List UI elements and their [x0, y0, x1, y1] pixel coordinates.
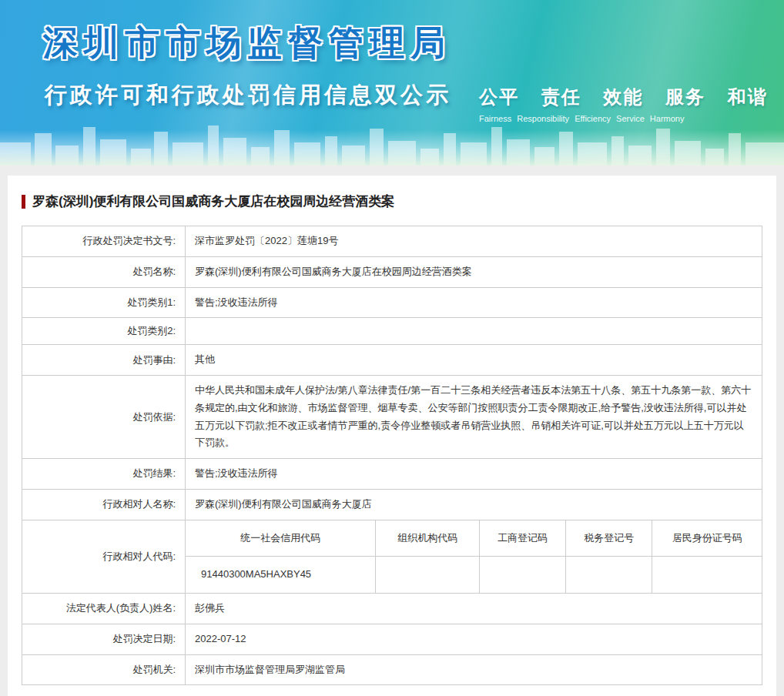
content-panel: 罗森(深圳)便利有限公司国威商务大厦店在校园周边经营酒类案 行政处罚决定书文号:… [8, 176, 776, 696]
slogan-english: Fairness Responsibility Efficiency Servi… [479, 114, 749, 123]
row-value-code-table: 统一社会信用代码 组织机构代码 工商登记码 税务登记号 居民身份证号码 9144… [186, 520, 762, 594]
table-row-entity-codes: 行政相对人代码: 统一社会信用代码 组织机构代码 工商登记码 税务登记号 居民身… [22, 520, 762, 594]
row-label: 处罚机关: [22, 654, 186, 685]
row-label: 行政相对人代码: [22, 520, 186, 594]
row-value: 深市监罗处罚〔2022〕莲塘19号 [186, 226, 762, 257]
code-value-cell [479, 557, 565, 593]
table-row: 行政相对人名称: 罗森(深圳)便利有限公司国威商务大厦店 [22, 489, 762, 520]
row-value: 罗森(深圳)便利有限公司国威商务大厦店 [186, 489, 762, 520]
row-value: 彭佛兵 [186, 594, 762, 624]
table-row: 处罚依据: 中华人民共和国未成年人保护法/第八章法律责任/第一百二十三条相关经营… [22, 376, 762, 459]
table-row: 处罚机关: 深圳市市场监督管理局罗湖监管局 [22, 654, 762, 685]
page-viewport: 深圳市市场监督管理局 行政许可和行政处罚信用信息双公示 公平 责任 效能 服务 … [0, 0, 784, 696]
row-value: 其他 [186, 345, 762, 376]
city-skyline-icon [0, 119, 784, 166]
entity-code-table: 统一社会信用代码 组织机构代码 工商登记码 税务登记号 居民身份证号码 9144… [186, 520, 762, 594]
table-row: 处罚类别2: [22, 318, 762, 345]
table-row: 行政处罚决定书文号: 深市监罗处罚〔2022〕莲塘19号 [22, 226, 762, 257]
slogan-chinese: 公平 责任 效能 服务 和谐 [479, 85, 749, 109]
header-banner: 深圳市市场监督管理局 行政许可和行政处罚信用信息双公示 公平 责任 效能 服务 … [0, 0, 784, 166]
code-header-cell: 组织机构代码 [376, 520, 480, 557]
row-value: 2022-07-12 [186, 624, 762, 654]
row-value: 深圳市市场监督管理局罗湖监管局 [186, 654, 762, 685]
table-row: 处罚结果: 警告;没收违法所得 [22, 459, 762, 490]
code-header-cell: 工商登记码 [479, 520, 565, 557]
row-label: 处罚名称: [22, 256, 186, 287]
row-value [186, 318, 762, 345]
code-value-row: 91440300MA5HAXBY45 [186, 557, 762, 593]
code-header-cell: 统一社会信用代码 [186, 520, 376, 557]
table-row: 法定代表人(负责人)姓名: 彭佛兵 [22, 594, 762, 624]
table-row: 处罚类别1: 警告;没收违法所得 [22, 287, 762, 318]
case-title-text: 罗森(深圳)便利有限公司国威商务大厦店在校园周边经营酒类案 [32, 192, 394, 210]
code-header-row: 统一社会信用代码 组织机构代码 工商登记码 税务登记号 居民身份证号码 [186, 520, 762, 557]
city-skyline-decoration [0, 119, 784, 166]
row-value: 警告;没收违法所得 [186, 459, 762, 490]
code-header-cell: 税务登记号 [566, 520, 652, 557]
code-value-cell [652, 557, 762, 593]
table-row: 处罚名称: 罗森(深圳)便利有限公司国威商务大厦店在校园周边经营酒类案 [22, 256, 762, 287]
penalty-info-table: 行政处罚决定书文号: 深市监罗处罚〔2022〕莲塘19号 处罚名称: 罗森(深圳… [22, 226, 762, 685]
banner-slogans: 公平 责任 效能 服务 和谐 Fairness Responsibility E… [479, 85, 749, 123]
code-value-cell [566, 557, 652, 593]
row-label: 行政相对人名称: [22, 489, 186, 520]
row-value: 警告;没收违法所得 [186, 287, 762, 318]
table-row: 处罚决定日期: 2022-07-12 [22, 624, 762, 654]
banner-subtitle: 行政许可和行政处罚信用信息双公示 [45, 80, 451, 111]
credit-code-value: 91440300MA5HAXBY45 [186, 557, 376, 593]
row-label: 行政处罚决定书文号: [22, 226, 186, 257]
code-header-cell: 居民身份证号码 [652, 520, 762, 557]
row-value: 中华人民共和国未成年人保护法/第八章法律责任/第一百二十三条相关经营者违反本法第… [186, 376, 762, 459]
table-row: 处罚事由: 其他 [22, 345, 762, 376]
row-label: 处罚依据: [22, 376, 186, 459]
row-value: 罗森(深圳)便利有限公司国威商务大厦店在校园周边经营酒类案 [186, 256, 762, 287]
case-title: 罗森(深圳)便利有限公司国威商务大厦店在校园周边经营酒类案 [22, 192, 762, 210]
org-title: 深圳市市场监督管理局 [43, 20, 451, 66]
row-label: 处罚结果: [22, 459, 186, 490]
row-label: 处罚事由: [22, 345, 186, 376]
row-label: 处罚类别1: [22, 287, 186, 318]
row-label: 处罚决定日期: [22, 624, 186, 654]
code-value-cell [376, 557, 480, 593]
row-label: 法定代表人(负责人)姓名: [22, 594, 186, 624]
row-label: 处罚类别2: [22, 318, 186, 345]
title-accent-bar [22, 195, 25, 209]
